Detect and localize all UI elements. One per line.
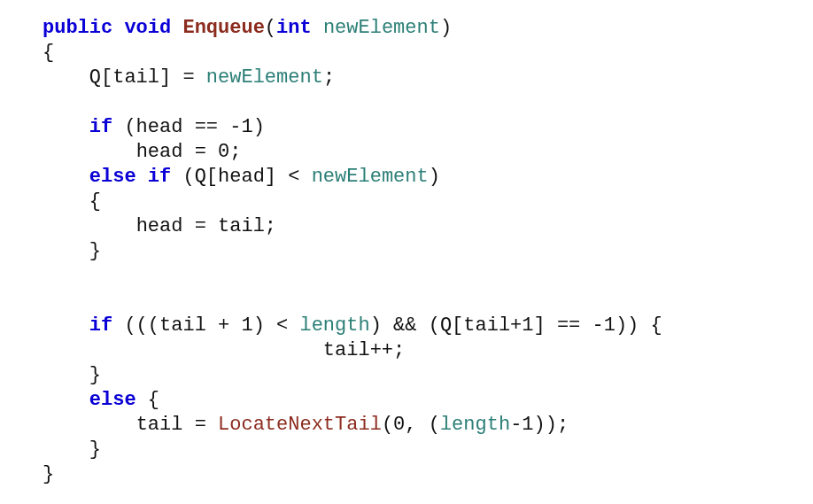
keyword-if-3: if	[89, 314, 112, 337]
stmt-tail-assign-a: tail =	[136, 414, 218, 436]
semicolon-1: ;	[323, 66, 335, 89]
keyword-void: void	[124, 17, 171, 39]
var-length-1: length	[299, 314, 369, 337]
cond-3a: (((tail + 1) <	[112, 314, 299, 337]
keyword-int: int	[276, 17, 312, 39]
keyword-else-1: else	[89, 166, 136, 188]
brace-open-1: {	[43, 42, 54, 64]
brace-close-4: }	[89, 438, 101, 461]
brace-close-3: }	[89, 364, 101, 386]
var-newelement-2: newElement	[312, 166, 429, 188]
call-args-b: -1));	[510, 414, 569, 436]
keyword-else-2: else	[89, 389, 136, 411]
cond-2a: (Q[head] <	[171, 166, 311, 188]
stmt-head-zero: head = 0;	[136, 141, 242, 163]
code-block: public void Enqueue(int newElement) { Q[…	[0, 0, 813, 487]
brace-open-2: {	[89, 190, 101, 213]
method-name: Enqueue	[182, 17, 264, 39]
param-name: newElement	[323, 17, 440, 39]
cond-3b: ) && (Q[tail+1] == -1)) {	[370, 314, 662, 337]
brace-close-2: }	[89, 240, 101, 262]
keyword-if-1: if	[89, 116, 112, 138]
call-args-a: (0, (	[382, 414, 440, 436]
stmt-tail-inc: tail++;	[323, 339, 405, 361]
keyword-if-2: if	[148, 166, 171, 188]
var-length-2: length	[440, 414, 510, 436]
keyword-public: public	[43, 17, 112, 39]
else-open: {	[136, 389, 159, 411]
cond-2c: )	[429, 166, 440, 188]
stmt-assign-q: Q[tail] =	[89, 66, 206, 89]
call-locatenexttail: LocateNextTail	[218, 414, 382, 436]
stmt-head-tail: head = tail;	[136, 215, 276, 237]
cond-1: (head == -1)	[112, 116, 265, 138]
brace-close-5: }	[43, 463, 54, 485]
var-newelement-1: newElement	[206, 66, 323, 89]
